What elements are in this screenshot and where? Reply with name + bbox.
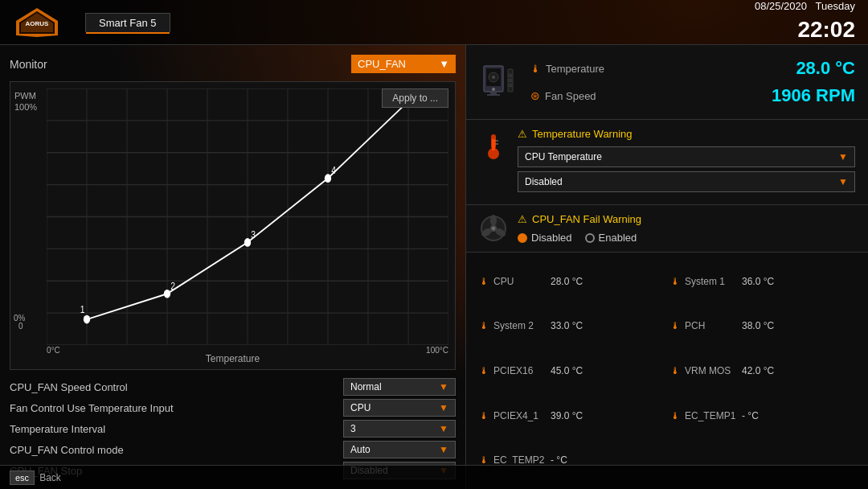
- fan-curve-chart: PWM 100% Apply to ... 0% 0 0°C 100°C Tem…: [10, 81, 456, 370]
- svg-point-52: [490, 215, 497, 226]
- sensor-system2-icon: 🌡: [479, 320, 489, 331]
- temperature-warning-section: ⚠ Temperature Warning CPU Temperature ▼ …: [466, 120, 868, 205]
- y-axis-0: 0: [18, 322, 23, 331]
- setting-label-2: Temperature Interval: [10, 423, 105, 435]
- disabled-radio[interactable]: Disabled: [518, 232, 572, 244]
- sensor-pciex16: 🌡 PCIEX16 45.0 °C: [479, 350, 664, 392]
- svg-point-40: [492, 76, 495, 79]
- monitor-label: Monitor: [10, 58, 47, 71]
- disabled-radio-circle: [518, 233, 527, 243]
- monitor-select-dropdown[interactable]: CPU_FAN ▼: [351, 55, 456, 73]
- fail-warning-radio-group: Disabled Enabled: [518, 232, 855, 244]
- temp-interval-dropdown[interactable]: 3 ▼: [343, 420, 456, 438]
- setting-value-3[interactable]: Auto ▼: [343, 441, 456, 458]
- fan-warning-icon: [479, 214, 508, 243]
- svg-point-36: [492, 88, 495, 91]
- back-label: Back: [39, 472, 61, 483]
- smart-fan-tab[interactable]: Smart Fan 5: [85, 13, 170, 32]
- sensor-vrm-mos: 🌡 VRM MOS 42.0 °C: [670, 350, 855, 392]
- status-card: 🌡 Temperature 28.0 °C ⊛ Fan Speed 1906 R…: [466, 45, 868, 120]
- fan-curve-svg: 1 2 3 4 5: [47, 88, 448, 345]
- sensor-system1-icon: 🌡: [670, 276, 680, 287]
- warning-icon-area: [479, 128, 508, 160]
- setting-row-2: Temperature Interval 3 ▼: [10, 420, 456, 438]
- logo-area: AORUS Smart Fan 5: [13, 6, 170, 39]
- status-info: 🌡 Temperature 28.0 °C ⊛ Fan Speed 1906 R…: [530, 55, 855, 109]
- setting-label-0: CPU_FAN Speed Control: [10, 381, 128, 393]
- esc-key[interactable]: esc: [10, 471, 35, 485]
- fanspeed-label: ⊛ Fan Speed: [530, 89, 596, 102]
- svg-text:3: 3: [251, 228, 256, 241]
- setting-row-0: CPU_FAN Speed Control Normal ▼: [10, 378, 456, 396]
- pc-icon: [479, 63, 518, 101]
- svg-point-28: [244, 238, 251, 247]
- sensor-pch: 🌡 PCH 38.0 °C: [670, 306, 855, 347]
- fail-warning-title: ⚠ CPU_FAN Fail Warning: [518, 213, 855, 225]
- sensor-vrmmos-icon: 🌡: [670, 365, 680, 376]
- setting-label-3: CPU_FAN Control mode: [10, 444, 124, 456]
- setting-row-3: CPU_FAN Control mode Auto ▼: [10, 441, 456, 458]
- cpu-temp-warning-dropdown[interactable]: CPU Temperature ▼: [518, 146, 855, 167]
- setting-value-0[interactable]: Normal ▼: [343, 378, 456, 396]
- speed-control-dropdown[interactable]: Normal ▼: [343, 378, 456, 396]
- temperature-label: 🌡 Temperature: [530, 63, 604, 75]
- time-display: 22:02: [755, 14, 855, 45]
- sensor-ec-temp1: 🌡 EC_TEMP1 - °C: [670, 395, 855, 437]
- setting-value-2[interactable]: 3 ▼: [343, 420, 456, 438]
- x-axis-label: Temperature: [206, 353, 260, 364]
- warning-state-dropdown[interactable]: Disabled ▼: [518, 171, 855, 192]
- svg-point-43: [509, 79, 512, 82]
- bottom-bar: esc Back: [0, 465, 868, 489]
- main-layout: Monitor CPU_FAN ▼ PWM 100% Apply to ... …: [0, 45, 868, 489]
- apply-to-button[interactable]: Apply to ...: [382, 88, 448, 108]
- warning-content: ⚠ Temperature Warning CPU Temperature ▼ …: [518, 128, 855, 196]
- temp-input-dropdown[interactable]: CPU ▼: [343, 399, 456, 417]
- header: AORUS Smart Fan 5 08/25/2020 Tuesday 22:…: [0, 0, 868, 45]
- svg-rect-38: [487, 94, 500, 96]
- aorus-logo: AORUS: [13, 6, 61, 39]
- svg-point-26: [164, 290, 170, 298]
- enabled-radio[interactable]: Enabled: [585, 232, 637, 244]
- sensor-grid: 🌡 CPU 28.0 °C 🌡 System 1 36.0 °C 🌡 Syste…: [466, 253, 868, 489]
- sensor-cpu-icon: 🌡: [479, 276, 489, 287]
- enabled-radio-circle: [585, 233, 595, 243]
- sensor-ectemp1-icon: 🌡: [670, 410, 680, 421]
- sensor-pciex4-icon: 🌡: [479, 410, 489, 421]
- monitor-header: Monitor CPU_FAN ▼: [10, 55, 456, 73]
- sensor-pciex4: 🌡 PCIEX4_1 39.0 °C: [479, 395, 664, 437]
- svg-text:AORUS: AORUS: [26, 20, 50, 27]
- left-panel: Monitor CPU_FAN ▼ PWM 100% Apply to ... …: [0, 45, 466, 489]
- svg-rect-37: [490, 92, 497, 94]
- svg-point-30: [325, 174, 331, 183]
- right-panel: 🌡 Temperature 28.0 °C ⊛ Fan Speed 1906 R…: [466, 45, 868, 489]
- x-axis-min: 0°C: [47, 346, 60, 355]
- control-mode-dropdown[interactable]: Auto ▼: [343, 441, 456, 458]
- svg-point-24: [84, 315, 90, 324]
- svg-text:1: 1: [80, 303, 85, 316]
- svg-point-42: [509, 74, 512, 77]
- fanspeed-value: 1906 RPM: [772, 85, 855, 106]
- sensor-system1: 🌡 System 1 36.0 °C: [670, 261, 855, 302]
- setting-row-1: Fan Control Use Temperature Input CPU ▼: [10, 399, 456, 417]
- svg-text:4: 4: [331, 164, 336, 177]
- sensor-cpu: 🌡 CPU 28.0 °C: [479, 261, 664, 302]
- setting-value-1[interactable]: CPU ▼: [343, 399, 456, 417]
- sensor-pch-icon: 🌡: [670, 320, 680, 331]
- fanspeed-row: ⊛ Fan Speed 1906 RPM: [530, 82, 855, 109]
- sensor-pciex16-icon: 🌡: [479, 365, 489, 376]
- y-axis-title: PWM 100%: [14, 90, 37, 113]
- thermometer-warning-icon: [482, 131, 505, 160]
- main-content: AORUS Smart Fan 5 08/25/2020 Tuesday 22:…: [0, 0, 868, 489]
- setting-label-1: Fan Control Use Temperature Input: [10, 402, 174, 414]
- fail-content: ⚠ CPU_FAN Fail Warning Disabled Enabled: [518, 213, 855, 244]
- fail-warning-section: ⚠ CPU_FAN Fail Warning Disabled Enabled: [466, 205, 868, 253]
- x-axis-max: 100°C: [426, 346, 448, 355]
- svg-point-44: [509, 84, 512, 87]
- datetime: 08/25/2020 Tuesday 22:02: [755, 0, 855, 45]
- svg-rect-47: [492, 139, 495, 150]
- temperature-row: 🌡 Temperature 28.0 °C: [530, 55, 855, 82]
- sensor-system2: 🌡 System 2 33.0 °C: [479, 306, 664, 347]
- warning-title: ⚠ Temperature Warning: [518, 128, 855, 140]
- temperature-value: 28.0 °C: [796, 58, 855, 79]
- svg-point-55: [492, 227, 495, 230]
